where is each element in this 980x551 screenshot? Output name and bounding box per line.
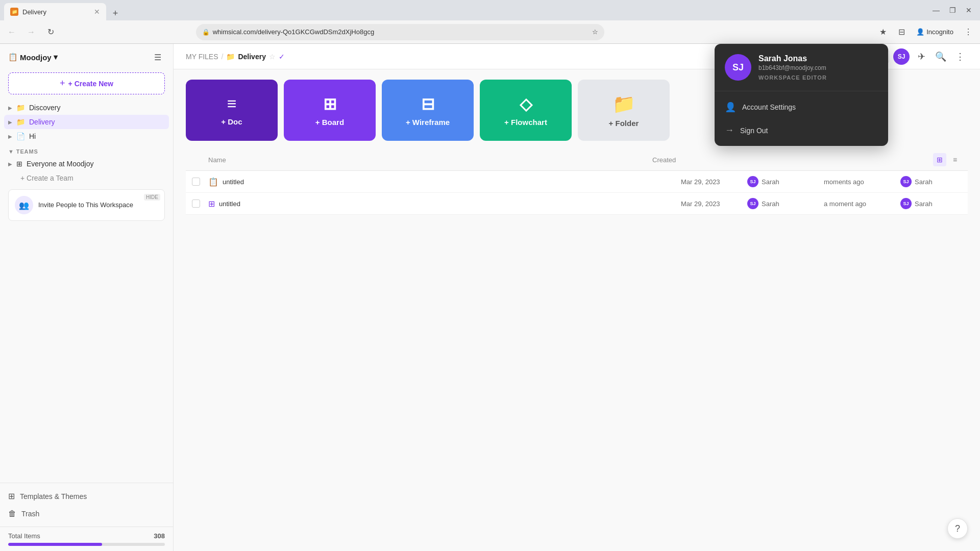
chevron-icon: ▶ (8, 105, 12, 111)
row-checkbox[interactable] (192, 178, 208, 186)
create-flowchart-tile[interactable]: ◇ + Flowchart (480, 80, 572, 141)
user-dropdown-menu: SJ Sarah Jonas b1b643bf@moodjoy.com WORK… (715, 44, 888, 146)
dropdown-items: 👤 Account Settings → Sign Out (715, 91, 888, 146)
file-created-by: SJ Sarah (747, 198, 824, 209)
lock-icon: 🔒 (202, 29, 210, 36)
bookmark-star-button[interactable]: ★ (875, 24, 891, 40)
search-button[interactable]: 🔍 (933, 49, 948, 64)
dropdown-avatar: SJ (725, 54, 751, 81)
create-folder-tile[interactable]: 📁 + Folder (578, 80, 670, 141)
sidebar-item-templates[interactable]: ⊞ Templates & Themes (4, 487, 169, 505)
file-name: ⊞ untitled (208, 199, 681, 209)
account-settings-icon: 👤 (725, 102, 736, 113)
total-count: 308 (154, 532, 165, 540)
table-row[interactable]: ⊞ untitled Mar 29, 2023 SJ Sarah a momen… (186, 193, 968, 215)
tab-favicon: 📁 (10, 8, 18, 16)
forward-button[interactable]: → (23, 24, 39, 40)
breadcrumb-current: Delivery (238, 53, 265, 61)
chrome-layout-button[interactable]: ⊟ (894, 24, 909, 40)
header-name: Name (208, 156, 652, 164)
file-name: 📋 untitled (208, 177, 681, 187)
breadcrumb-separator: / (222, 53, 224, 61)
profile-label: Incognito (926, 28, 953, 36)
dropdown-profile-section: SJ Sarah Jonas b1b643bf@moodjoy.com WORK… (715, 44, 888, 91)
templates-icon: ⊞ (8, 491, 15, 501)
file-created-date: Mar 29, 2023 (681, 200, 747, 208)
file-type-icon: 📋 (208, 177, 218, 187)
list-view-button[interactable]: ≡ (948, 153, 962, 166)
bookmark-icon[interactable]: ☆ (592, 28, 598, 36)
workspace-chevron: ▾ (54, 53, 58, 62)
plus-icon: + (60, 78, 65, 89)
maximize-button[interactable]: ❐ (945, 3, 960, 17)
create-team-button[interactable]: + Create a Team (4, 171, 169, 185)
create-board-tile[interactable]: ⊞ + Board (284, 80, 376, 141)
user-avatar-button[interactable]: SJ (893, 48, 910, 65)
workspace-name[interactable]: 📋 Moodjoy ▾ (8, 53, 58, 62)
create-new-button[interactable]: + + Create New (8, 72, 165, 94)
table-row[interactable]: 📋 untitled Mar 29, 2023 SJ Sarah moments… (186, 171, 968, 193)
create-doc-tile[interactable]: ≡ + Doc (186, 80, 278, 141)
trash-icon: 🗑 (8, 509, 16, 518)
storage-progress-bar (8, 543, 165, 546)
checkbox[interactable] (192, 199, 200, 208)
more-options-button[interactable]: ⋮ (952, 49, 968, 64)
invite-icon: 👥 (15, 196, 33, 214)
board-tile-icon: ⊞ (323, 94, 337, 114)
tab-title: Delivery (22, 8, 90, 16)
doc-tile-icon: ≡ (227, 94, 237, 113)
sidebar-item-discovery[interactable]: ▶ 📁 Discovery (4, 101, 169, 115)
dropdown-user-name: Sarah Jonas (758, 54, 878, 63)
sidebar-item-everyone[interactable]: ▶ ⊞ Everyone at Moodjoy (4, 157, 169, 171)
help-button[interactable]: ? (947, 518, 968, 539)
sidebar-item-delivery[interactable]: ▶ 📁 Delivery (4, 115, 169, 129)
creator-avatar: SJ (747, 176, 758, 187)
more-button[interactable]: ⋮ (961, 24, 976, 40)
sign-out-item[interactable]: → Sign Out (715, 119, 888, 142)
new-tab-button[interactable]: + (108, 6, 122, 20)
close-window-button[interactable]: ✕ (962, 3, 976, 17)
invite-text: Invite People to This Workspace (38, 201, 133, 210)
chevron-icon: ▶ (8, 134, 12, 139)
sidebar: 📋 Moodjoy ▾ ☰ + + Create New ▶ 📁 Discove… (0, 44, 174, 551)
create-wireframe-tile[interactable]: ⊟ + Wireframe (382, 80, 474, 141)
sidebar-toggle-button[interactable]: ☰ (151, 50, 165, 64)
breadcrumb-root[interactable]: MY FILES (186, 53, 218, 61)
checkbox[interactable] (192, 178, 200, 186)
sidebar-item-trash[interactable]: 🗑 Trash (4, 505, 169, 522)
refresh-button[interactable]: ↻ (43, 24, 58, 40)
view-toggle: ⊞ ≡ (933, 153, 962, 166)
back-button[interactable]: ← (4, 24, 19, 40)
invite-workspace-box: 👥 Invite People to This Workspace HIDE (8, 189, 165, 221)
sidebar-footer: ⊞ Templates & Themes 🗑 Trash (0, 483, 173, 527)
file-list-header: Name Created ⊞ ≡ (186, 149, 968, 171)
total-label: Total Items (8, 532, 40, 540)
file-updated-time: moments ago (824, 178, 900, 186)
favorite-star-icon[interactable]: ☆ (269, 53, 276, 61)
grid-view-button[interactable]: ⊞ (933, 153, 946, 166)
teams-toggle[interactable]: ▼ (8, 148, 14, 155)
profile-button[interactable]: 👤 Incognito (912, 26, 958, 38)
breadcrumb: MY FILES / 📁 Delivery ☆ ✓ (186, 53, 285, 61)
sidebar-item-hi[interactable]: ▶ 📄 Hi (4, 129, 169, 143)
folder-icon: 📁 (16, 118, 25, 126)
account-settings-item[interactable]: 👤 Account Settings (715, 95, 888, 119)
address-bar[interactable]: 🔒 whimsical.com/delivery-Qo1GKCGwdDSm2dX… (196, 24, 604, 40)
chevron-icon: ▶ (8, 119, 12, 125)
minimize-button[interactable]: — (929, 3, 943, 17)
hide-invite-button[interactable]: HIDE (144, 194, 160, 201)
verified-check-icon: ✓ (279, 53, 285, 61)
row-checkbox[interactable] (192, 199, 208, 208)
sign-out-icon: → (725, 125, 734, 136)
dropdown-user-email: b1b643bf@moodjoy.com (758, 64, 878, 71)
file-created-date: Mar 29, 2023 (681, 178, 747, 186)
file-updated-by: SJ Sarah (900, 176, 962, 187)
send-button[interactable]: ✈ (914, 49, 929, 64)
dropdown-user-info: Sarah Jonas b1b643bf@moodjoy.com WORKSPA… (758, 54, 878, 81)
active-tab[interactable]: 📁 Delivery ✕ (4, 3, 106, 20)
file-updated-time: a moment ago (824, 200, 900, 208)
teams-section-header: ▼ TEAMS (4, 143, 169, 157)
updater-avatar: SJ (900, 176, 912, 187)
tab-close-button[interactable]: ✕ (94, 8, 100, 16)
file-updated-by: SJ Sarah (900, 198, 962, 209)
